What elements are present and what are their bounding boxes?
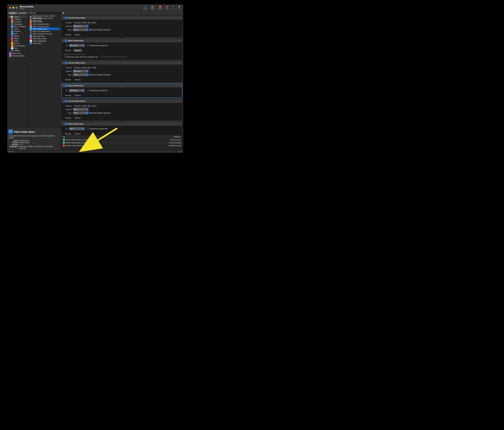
dropdown[interactable]: Pr	[69, 127, 85, 130]
prompt-field[interactable]	[73, 66, 97, 69]
log-outline-icon[interactable]: ⧉	[181, 150, 182, 153]
close-window-button[interactable]	[9, 7, 11, 9]
action-header[interactable]: ▾ Ask for Finder Items ×	[62, 61, 182, 65]
library-item[interactable]: Photos	[7, 42, 28, 45]
prompt-field[interactable]	[73, 104, 97, 107]
dropdown[interactable]: Files	[73, 73, 89, 76]
action-header[interactable]: ▾ Move Finder Items ×	[62, 84, 182, 87]
disclosure-icon[interactable]: ▾	[63, 40, 64, 41]
log-row[interactable]: ✕ Ask for Finder Items was stopped 10.68…	[61, 144, 183, 147]
action-list-item[interactable]: Filter Calendar Items	[28, 23, 60, 25]
library-item[interactable]: Contacts	[7, 20, 28, 23]
dropdown[interactable]: Files	[73, 112, 89, 114]
disclosure-icon[interactable]: ▾	[63, 100, 64, 102]
disclosure-icon[interactable]: ▾	[63, 17, 64, 19]
remove-action-button[interactable]: ×	[180, 62, 181, 64]
remove-action-button[interactable]: ×	[180, 39, 181, 42]
library-item[interactable]: PDFs	[7, 40, 28, 42]
library-item[interactable]: Text	[7, 47, 28, 49]
log-list-icon[interactable]: ☰	[178, 150, 180, 153]
library-item[interactable]: Presentations	[7, 45, 28, 47]
action-list-item[interactable]: Filter Music Items	[28, 37, 60, 40]
results-button[interactable]: Results	[64, 33, 72, 36]
library-item[interactable]: Files & Folders	[7, 25, 28, 28]
checkbox[interactable]: Allow Multiple Selection	[90, 74, 111, 76]
dropdown[interactable]: Pr	[73, 108, 89, 111]
grid-icon[interactable]: ▦	[12, 150, 13, 153]
library-header[interactable]: ▾ Library	[8, 16, 27, 18]
zoom-window-button[interactable]	[16, 7, 18, 9]
dropdown[interactable]: Files	[73, 28, 89, 31]
prompt-field[interactable]	[73, 21, 97, 24]
ask-finder-items-action[interactable]: ▾ Ask for Finder Items × Prompt: Start a…	[62, 99, 182, 120]
smart-folder-item[interactable]: Most Used	[7, 52, 28, 55]
library-item[interactable]: Mail	[7, 32, 28, 35]
action-list-item[interactable]: Filter URLs	[28, 42, 60, 45]
action-list-item[interactable]: Filter Mail Items	[28, 35, 60, 37]
results-button[interactable]: Results	[64, 78, 72, 81]
remove-action-button[interactable]: ×	[180, 84, 181, 87]
checkbox[interactable]: Replacing existing files	[87, 128, 108, 130]
results-button[interactable]: Results	[64, 132, 72, 135]
smart-folder-item[interactable]: Recently Added	[7, 55, 28, 57]
ask-finder-items-action[interactable]: ▾ Ask for Finder Items × Prompt: Start a…	[62, 16, 182, 37]
record-button[interactable]: Record	[158, 6, 162, 10]
library-item[interactable]: Music	[7, 37, 28, 40]
checkbox[interactable]: Replacing existing files	[87, 45, 108, 47]
action-header[interactable]: ▾ Ask for Finder Items ×	[62, 16, 182, 20]
remove-action-button[interactable]: ×	[180, 100, 181, 102]
move-finder-items-action[interactable]: ▾ Move Finder Items × To: Audio Replacin…	[62, 84, 182, 98]
library-item[interactable]: Calendar	[7, 18, 28, 20]
stop-button[interactable]: Stop	[172, 6, 175, 10]
library-item[interactable]: Movies	[7, 35, 28, 37]
disclosure-icon[interactable]: ▾	[63, 123, 64, 125]
checkbox[interactable]: Show this action when the workflow runs	[64, 56, 98, 58]
move-finder-items-action[interactable]: ▾ Move Finder Items × To: About Replacin…	[62, 39, 182, 60]
tab-variables[interactable]: Variables	[17, 12, 27, 14]
options-button[interactable]: Options	[73, 49, 82, 52]
tab-actions[interactable]: Actions	[8, 12, 17, 14]
minimize-window-button[interactable]	[12, 7, 14, 9]
step-button[interactable]: Step	[166, 6, 169, 10]
library-item[interactable]: Utilities	[7, 49, 28, 52]
options-button[interactable]: Options	[73, 117, 82, 119]
disclosure-icon[interactable]: ▾	[63, 85, 64, 86]
dropdown[interactable]: Audio	[69, 89, 85, 92]
log-row[interactable]: ✓ Ask for Finder Items completed 7.165 s…	[61, 138, 183, 141]
dropdown[interactable]: About	[73, 25, 89, 28]
ask-finder-items-action[interactable]: ▾ Ask for Finder Items × Prompt: Start a…	[62, 61, 182, 82]
options-button[interactable]: Options	[73, 78, 82, 81]
action-header[interactable]: ▾ Move Finder Items ×	[62, 122, 182, 126]
checkbox[interactable]: Allow Multiple Selection	[90, 112, 111, 114]
settings-icon[interactable]: ⊖▾	[8, 150, 11, 153]
action-list-item[interactable]: Filter Paragraphs	[28, 40, 60, 42]
run-button[interactable]: Run	[178, 6, 181, 10]
action-list-item[interactable]: Filter Contacts Items	[28, 25, 60, 28]
remove-action-button[interactable]: ×	[180, 123, 181, 125]
action-header[interactable]: ▾ Ask for Finder Items ×	[62, 99, 182, 103]
move-finder-items-action[interactable]: ▾ Move Finder Items × To: Pr Replacing e…	[62, 122, 182, 135]
checkbox[interactable]: Allow Multiple Selection	[90, 29, 111, 31]
options-button[interactable]: Options	[73, 132, 82, 135]
library-item[interactable]: Internet	[7, 30, 28, 32]
media-button[interactable]: Media	[151, 6, 154, 10]
library-item[interactable]: Fonts	[7, 28, 28, 30]
disclosure-icon[interactable]: ▾	[63, 62, 64, 64]
results-button[interactable]: Results	[64, 117, 72, 119]
checkbox[interactable]: Replacing existing files	[87, 90, 108, 92]
action-header[interactable]: ▾ Move Finder Items ×	[62, 39, 182, 42]
action-list-item[interactable]: Filter Font Book Items	[28, 30, 60, 32]
search-input[interactable]	[29, 12, 65, 14]
dropdown[interactable]: About	[69, 44, 85, 47]
remove-action-button[interactable]: ×	[180, 17, 181, 19]
workflow-scroll[interactable]: ▾ Ask for Finder Items × Prompt: Start a…	[61, 15, 183, 135]
library-toggle[interactable]: Library	[143, 6, 147, 10]
action-list-item[interactable]: Filter Finder Items	[29, 28, 60, 30]
options-button[interactable]: Options	[73, 33, 82, 36]
results-button[interactable]: Results	[64, 49, 72, 52]
action-list-item[interactable]: Filter Fonts by Font Type	[28, 32, 60, 35]
results-button[interactable]: Results	[64, 94, 72, 97]
library-item[interactable]: Developer	[7, 23, 28, 25]
log-row[interactable]: ✓ Move Finder Items completed 0.119 seco…	[61, 141, 183, 144]
options-button[interactable]: Options	[73, 94, 82, 97]
